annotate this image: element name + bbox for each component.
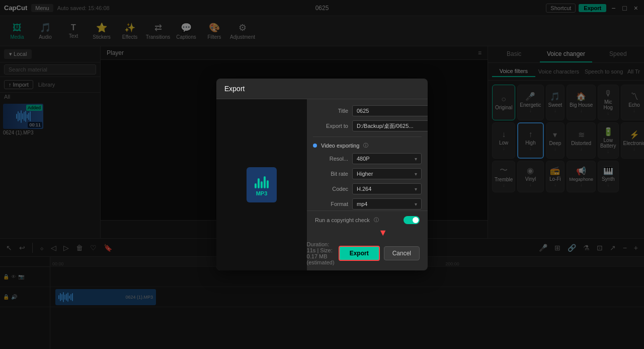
format-value: mp4	[357, 201, 367, 207]
export-to-row: Export to 📁	[313, 120, 422, 131]
title-row: Title	[313, 105, 422, 116]
copyright-info-icon[interactable]: ⓘ	[374, 217, 379, 224]
format-select[interactable]: mp4 ▾	[352, 198, 422, 210]
codec-arrow-icon: ▾	[415, 186, 417, 192]
video-export-info-icon: ⓘ	[363, 142, 368, 149]
divider-1	[313, 136, 422, 137]
export-to-label: Export to	[313, 123, 348, 129]
export-form: Title Export to 📁	[307, 99, 428, 211]
title-label: Title	[313, 108, 348, 114]
resolution-label: Resol...	[313, 156, 348, 162]
codec-label: Codec	[313, 186, 348, 192]
codec-row: Codec H.264 ▾	[313, 183, 422, 194]
export-dialog-footer: Run a copyright check ⓘ ▼ Duration: 11s …	[307, 211, 428, 270]
resolution-row: Resol... 480P ▾	[313, 153, 422, 164]
bitrate-select[interactable]: Higher ▾	[352, 168, 422, 179]
bitrate-value: Higher	[357, 171, 373, 177]
video-export-label: Video exporting	[321, 143, 359, 149]
bitrate-row: Bit rate Higher ▾	[313, 168, 422, 179]
export-dialog-title: Export	[216, 79, 428, 99]
duration-info: Duration: 11s | Size: 0.17 MB (estimated…	[307, 241, 335, 265]
video-export-dot	[313, 144, 317, 148]
bitrate-arrow-icon: ▾	[415, 171, 417, 177]
toggle-knob	[413, 217, 419, 223]
export-path-input[interactable]	[352, 120, 428, 131]
modal-overlay: Export MP3	[0, 0, 644, 349]
export-dialog: Export MP3	[216, 79, 428, 270]
export-form-scroll: Title Export to 📁	[307, 99, 428, 211]
copyright-label: Run a copyright check	[315, 217, 370, 223]
footer-buttons: Duration: 11s | Size: 0.17 MB (estimated…	[315, 241, 420, 265]
video-export-section-header: Video exporting ⓘ	[313, 142, 422, 149]
format-label: Format	[313, 201, 348, 207]
export-dialog-body: MP3 Title Export to	[216, 99, 428, 270]
copyright-toggle[interactable]	[404, 216, 420, 224]
export-preview: MP3	[216, 99, 307, 270]
mp3-label: MP3	[256, 190, 268, 196]
copyright-row: Run a copyright check ⓘ	[315, 216, 420, 224]
title-input[interactable]	[352, 105, 428, 116]
format-row: Format mp4 ▾	[313, 198, 422, 210]
export-button[interactable]: Export	[339, 246, 380, 261]
resolution-value: 480P	[357, 156, 370, 162]
mp3-waveform	[255, 173, 269, 188]
mp3-file-icon: MP3	[247, 167, 277, 202]
export-arrow-indicator: ▼	[378, 228, 387, 237]
bitrate-label: Bit rate	[313, 171, 348, 177]
export-path-container: 📁	[352, 120, 428, 131]
codec-select[interactable]: H.264 ▾	[352, 183, 422, 194]
cancel-button[interactable]: Cancel	[384, 246, 420, 260]
format-arrow-icon: ▾	[415, 201, 417, 207]
resolution-arrow-icon: ▾	[415, 156, 417, 162]
resolution-select[interactable]: 480P ▾	[352, 153, 422, 164]
codec-value: H.264	[357, 186, 371, 192]
